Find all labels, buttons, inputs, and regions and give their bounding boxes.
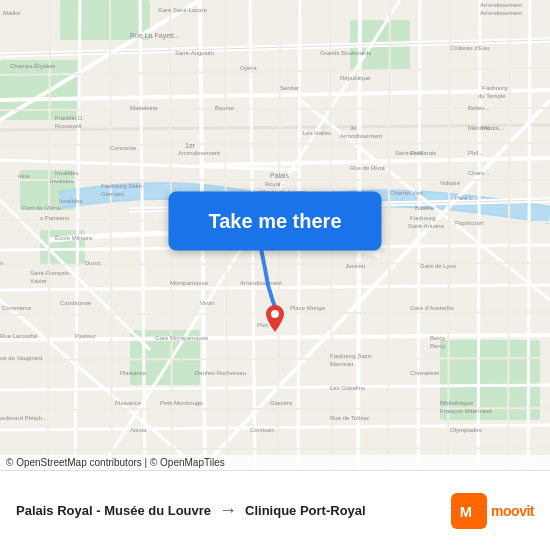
svg-point-144 [271,310,279,318]
svg-text:Phil...: Phil... [468,150,483,156]
svg-text:École Militaire: École Militaire [55,235,93,241]
svg-text:Corvisart: Corvisart [250,427,274,433]
map-container: Rue La Fayett... Champs-Élysées Saint-Au… [0,0,550,470]
svg-text:Pont de l'Alma: Pont de l'Alma [22,205,61,211]
svg-line-28 [478,0,480,470]
svg-text:Rue Lecourbé: Rue Lecourbé [0,333,38,339]
svg-text:Gare de Lyon: Gare de Lyon [420,263,456,269]
route-row: Palais Royal - Musée du Louvre → Cliniqu… [16,500,366,521]
moovit-symbol: M [458,500,480,522]
svg-text:ue de Vaugirard: ue de Vaugirard [0,355,42,361]
svg-text:Château d'Eau: Château d'Eau [450,45,490,51]
svg-text:Pasteur: Pasteur [75,333,96,339]
svg-text:n: n [0,260,3,266]
map-attribution: © OpenStreetMap contributors | © OpenMap… [0,455,550,470]
origin-label: Palais Royal - Musée du Louvre [16,503,211,518]
svg-text:Concorde: Concorde [110,145,137,151]
svg-text:Germain: Germain [101,191,124,197]
svg-text:Faubourg Saint-: Faubourg Saint- [101,183,144,189]
svg-text:Plaisance: Plaisance [115,400,142,406]
svg-text:Petit-Montrouge: Petit-Montrouge [160,400,203,406]
svg-text:Invalides: Invalides [55,170,79,176]
svg-text:M: M [460,503,472,519]
svg-text:Roosevelt: Roosevelt [55,123,82,129]
svg-text:Plaisance: Plaisance [120,370,147,376]
svg-text:Marceau: Marceau [330,361,353,367]
svg-text:1er: 1er [185,142,196,149]
destination-label: Clinique Port-Royal [245,503,366,518]
svg-text:Bourse: Bourse [215,105,235,111]
svg-text:Arrondissement: Arrondissement [340,133,382,139]
svg-text:Opéra: Opéra [240,65,257,71]
svg-text:Gare Saint-Lazare: Gare Saint-Lazare [158,7,208,13]
svg-text:Arrondissement: Arrondissement [240,280,282,286]
svg-text:x Parisiens: x Parisiens [40,215,69,221]
svg-text:Les Halles: Les Halles [303,130,331,136]
svg-text:République: République [340,75,371,81]
svg-text:Arrondissement: Arrondissement [480,10,522,16]
svg-text:3e: 3e [350,125,357,131]
svg-text:François Mitterrand: François Mitterrand [440,408,492,414]
moovit-logo: M moovit [451,493,534,529]
svg-text:Vavin: Vavin [200,300,215,306]
svg-text:Commerce: Commerce [2,305,32,311]
svg-text:Iéna: Iéna [18,173,30,179]
moovit-icon: M [451,493,487,529]
svg-text:Popincourt: Popincourt [455,220,484,226]
svg-text:Chemin Vert: Chemin Vert [390,190,423,196]
svg-text:Arrondissement: Arrondissement [480,2,522,8]
svg-text:Bercy: Bercy [430,343,445,349]
svg-text:Alésia: Alésia [130,427,147,433]
svg-text:Invalides: Invalides [50,178,74,184]
svg-text:Palais: Palais [270,172,290,179]
take-me-there-button[interactable]: Take me there [168,191,381,250]
route-arrow: → [219,500,237,521]
svg-text:Montparnasse: Montparnasse [170,280,209,286]
svg-text:Jussieu: Jussieu [345,263,365,269]
svg-text:Glacière: Glacière [270,400,293,406]
svg-text:Faubourg: Faubourg [410,215,436,221]
route-info: Palais Royal - Musée du Louvre → Cliniqu… [16,500,366,521]
svg-text:Faubourg: Faubourg [482,85,508,91]
svg-text:Bercy: Bercy [430,335,445,341]
moovit-text: moovit [491,503,534,519]
svg-text:Rue La Fayett...: Rue La Fayett... [130,32,180,40]
svg-text:Champs-Élysées: Champs-Élysées [10,63,55,69]
svg-text:Les Gobelins: Les Gobelins [330,385,365,391]
svg-text:Père L...: Père L... [455,195,478,201]
svg-text:Charo...: Charo... [468,170,490,176]
svg-text:Grands Boulevards: Grands Boulevards [320,50,371,56]
svg-text:oulevard Périph...: oulevard Périph... [0,415,47,421]
svg-text:Rue de Rivoli: Rue de Rivoli [350,165,386,171]
svg-text:Chevaleret: Chevaleret [410,370,439,376]
svg-text:Xavier: Xavier [30,278,47,284]
svg-text:Arrondissement: Arrondissement [178,150,220,156]
svg-text:Franklin D.: Franklin D. [55,115,84,121]
svg-text:Rue de Tolbiac: Rue de Tolbiac [330,415,370,421]
svg-text:Ménilmonta...: Ménilmonta... [468,125,504,131]
svg-text:Bastille: Bastille [415,205,435,211]
svg-text:Saint-Paul: Saint-Paul [395,150,423,156]
svg-text:Saint-Augustin: Saint-Augustin [175,50,214,56]
svg-text:Invalides: Invalides [59,198,83,204]
svg-text:Saint-Antoine: Saint-Antoine [408,223,445,229]
footer-bar: Palais Royal - Musée du Louvre → Cliniqu… [0,470,550,550]
svg-text:Place Monge: Place Monge [290,305,326,311]
svg-text:Bibliothèque: Bibliothèque [440,400,474,406]
svg-text:Cambronne: Cambronne [60,300,92,306]
svg-text:du Temple: du Temple [478,93,506,99]
svg-text:Sentier: Sentier [280,85,299,91]
svg-text:Gare Montparnasse: Gare Montparnasse [155,335,209,341]
svg-text:Faubourg Saint-: Faubourg Saint- [330,353,373,359]
destination-pin [261,305,289,345]
svg-text:Saint-François-: Saint-François- [30,270,71,276]
svg-text:Voltaire: Voltaire [440,180,461,186]
svg-text:Bellev...: Bellev... [468,105,489,111]
svg-text:Gare d'Austerlitz: Gare d'Austerlitz [410,305,454,311]
svg-text:Duroc: Duroc [85,260,101,266]
svg-text:Denfert-Rochereau: Denfert-Rochereau [195,370,246,376]
svg-line-29 [528,0,530,470]
svg-text:Olympiades: Olympiades [450,427,482,433]
svg-text:Maillot: Maillot [3,10,21,16]
svg-text:Royal -: Royal - [265,181,284,187]
